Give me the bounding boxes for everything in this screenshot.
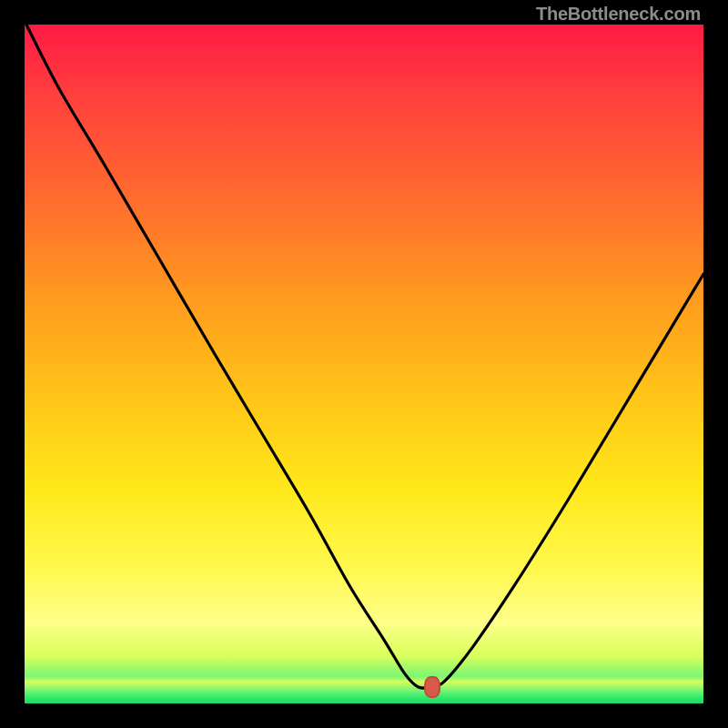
chart-outer-frame: TheBottleneck.com [0,0,728,728]
attribution-text: TheBottleneck.com [536,4,701,25]
bottleneck-curve [25,25,703,703]
chart-plot-area [25,25,703,703]
curve-line [25,21,703,688]
optimal-point-marker [424,676,440,698]
